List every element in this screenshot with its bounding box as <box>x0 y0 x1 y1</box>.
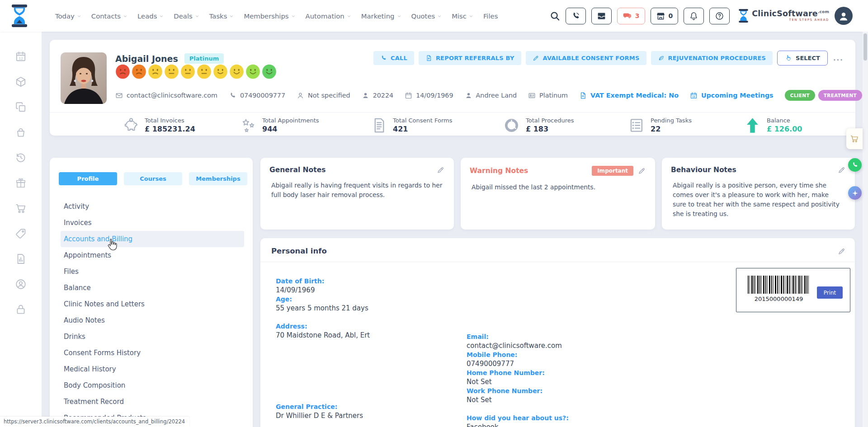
phone-call-button[interactable] <box>566 8 586 24</box>
menu-clinic-notes-and-letters[interactable]: Clinic Notes and Letters <box>61 296 244 312</box>
chat-button[interactable]: 3 <box>617 8 645 24</box>
menu-treatment-record[interactable]: Treatment Record <box>61 394 244 410</box>
more-options-button[interactable]: ... <box>832 54 844 62</box>
nav-deals[interactable]: Deals <box>174 12 199 20</box>
menu-invoices[interactable]: Invoices <box>61 215 244 231</box>
behaviour-notes-title: Behaviour Notes <box>671 166 833 174</box>
rejuvenation-procedures-button[interactable]: REJUVENATION PROCEDURES <box>651 51 773 65</box>
nav-contacts[interactable]: Contacts <box>91 12 127 20</box>
personal-info-title: Personal info <box>271 247 838 255</box>
label-treatment[interactable]: TREATMENT <box>818 90 862 101</box>
tab-courses[interactable]: Courses <box>124 172 182 185</box>
sidebar-report-icon[interactable] <box>15 253 27 265</box>
mood-face-7[interactable] <box>213 64 228 79</box>
nav-leads[interactable]: Leads <box>137 12 164 20</box>
menu-drinks[interactable]: Drinks <box>61 328 244 345</box>
store-button[interactable]: 0 <box>651 8 679 24</box>
phone-icon <box>851 161 859 169</box>
edit-pencil-icon[interactable] <box>638 167 646 175</box>
contact-14-09-1969: 14/09/1969 <box>405 92 453 99</box>
nav-automation[interactable]: Automation <box>306 12 351 20</box>
sidebar-history-icon[interactable] <box>15 152 27 164</box>
mood-face-8[interactable] <box>229 64 244 79</box>
label-client[interactable]: CLIENT <box>785 90 815 101</box>
stats-divider <box>50 112 855 113</box>
sidebar-lock-icon[interactable] <box>15 304 27 315</box>
sidebar-price-tag-icon[interactable] <box>15 228 27 239</box>
nav-today[interactable]: Today <box>55 12 81 20</box>
bell-button[interactable] <box>684 8 704 24</box>
chevron-down-icon <box>397 14 401 19</box>
menu-accounts-and-billing[interactable]: Accounts and Billing <box>61 231 244 247</box>
inbox-button[interactable] <box>591 8 612 24</box>
stats-row: Total Invoices£ 185231.24Total Appointme… <box>122 116 837 135</box>
whatsapp-call-button[interactable] <box>848 158 862 172</box>
edit-pencil-icon[interactable] <box>838 247 846 255</box>
inbox-icon <box>597 11 606 21</box>
sidebar-copies-icon[interactable] <box>15 101 27 113</box>
mood-face-9[interactable] <box>245 64 260 79</box>
pen-icon <box>533 55 539 61</box>
mood-face-1[interactable] <box>115 64 130 79</box>
patient-photo[interactable] <box>61 52 107 104</box>
store-icon <box>656 11 665 21</box>
menu-consent-forms-history[interactable]: Consent Forms History <box>61 345 244 361</box>
search-icon[interactable] <box>550 11 560 21</box>
menu-body-composition[interactable]: Body Composition <box>61 377 244 394</box>
nav-misc[interactable]: Misc <box>452 12 473 20</box>
mood-face-4[interactable] <box>164 64 179 79</box>
menu-appointments[interactable]: Appointments <box>61 247 244 263</box>
scrollbar-thumb[interactable] <box>863 33 867 61</box>
menu-audio-notes[interactable]: Audio Notes <box>61 312 244 328</box>
cart-button[interactable] <box>846 128 863 149</box>
sidebar-member-icon[interactable] <box>15 278 27 290</box>
report-referrals-by-button[interactable]: REPORT REFERRALS BY <box>419 51 521 65</box>
select-button[interactable]: SELECT <box>777 51 828 66</box>
contact-vat-exempt-medical-no[interactable]: VAT Exempt Medical: No <box>579 92 679 99</box>
contact-upcoming-meetings[interactable]: 15Upcoming Meetings <box>690 92 774 99</box>
menu-files[interactable]: Files <box>61 263 244 280</box>
field-date-of-birth: Date of Birth:14/09/1969 <box>276 277 467 295</box>
mood-face-2[interactable] <box>132 64 146 79</box>
tab-memberships[interactable]: Memberships <box>189 172 247 185</box>
nav-tasks[interactable]: Tasks <box>209 12 234 20</box>
user-avatar[interactable] <box>835 7 853 25</box>
user-icon <box>838 10 849 22</box>
stat-total-procedures: Total Procedures£ 183 <box>503 117 628 134</box>
phone-call-icon <box>571 11 580 21</box>
nav-quotes[interactable]: Quotes <box>411 12 442 20</box>
edit-pencil-icon[interactable] <box>437 166 445 174</box>
mood-face-5[interactable] <box>180 64 195 79</box>
mood-face-3[interactable] <box>148 64 163 79</box>
tab-profile[interactable]: Profile <box>59 172 117 185</box>
menu-medical-history[interactable]: Medical History <box>61 361 244 377</box>
tasks-icon <box>628 117 645 134</box>
warning-notes-body: Abigail missed the last 2 appointments. <box>470 183 646 192</box>
cart-icon <box>850 134 859 143</box>
ai-assistant-button[interactable] <box>848 186 862 200</box>
available-consent-forms-button[interactable]: AVAILABLE CONSENT FORMS <box>526 51 646 65</box>
clinicsoftware-logo-icon[interactable] <box>10 5 29 27</box>
sidebar-gift-icon[interactable] <box>15 177 27 189</box>
sidebar-calendar-date-icon[interactable]: 12 <box>15 51 27 62</box>
nav-memberships[interactable]: Memberships <box>244 12 295 20</box>
doc-icon <box>425 55 432 61</box>
menu-balance[interactable]: Balance <box>61 280 244 296</box>
print-button[interactable]: Print <box>817 286 843 299</box>
brand-hourglass-icon <box>738 9 749 23</box>
sidebar-cart-icon[interactable] <box>15 202 27 214</box>
help-button[interactable] <box>709 8 730 24</box>
mood-face-6[interactable] <box>197 64 212 79</box>
nav-files[interactable]: Files <box>483 12 498 20</box>
edit-pencil-icon[interactable] <box>838 166 846 174</box>
call-button[interactable]: CALL <box>373 51 414 65</box>
warning-notes-title: Warning Notes <box>470 167 587 175</box>
sidebar-basket-icon[interactable] <box>15 127 27 138</box>
nav-marketing[interactable]: Marketing <box>361 12 401 20</box>
calendar-icon <box>405 92 412 99</box>
menu-activity[interactable]: Activity <box>61 198 244 215</box>
mood-face-10[interactable] <box>262 64 277 79</box>
label-badges: CLIENTTREATMENTCOURSE+ Add Label <box>785 83 868 108</box>
sidebar-package-icon[interactable] <box>15 76 27 88</box>
warning-notes-card: Warning Notes Important Abigail missed t… <box>461 158 655 230</box>
